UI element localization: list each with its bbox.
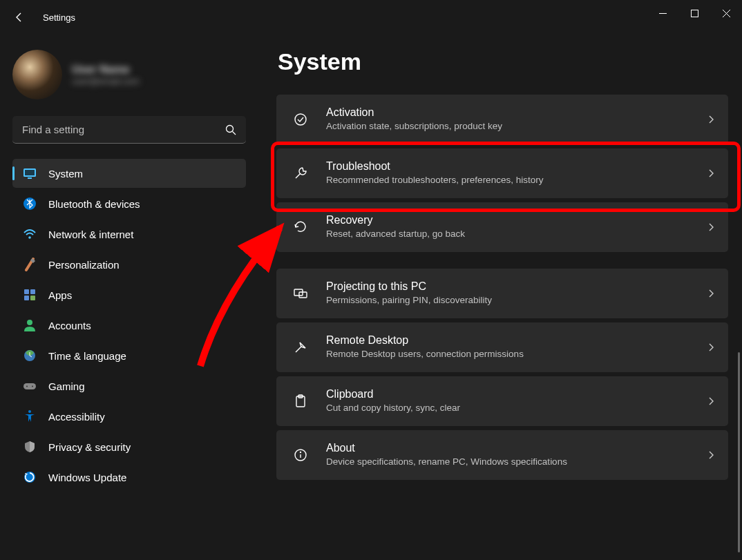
minimize-button[interactable] <box>647 0 678 26</box>
nav-item-label: Windows Update <box>48 472 126 483</box>
accessibility-icon <box>22 409 37 424</box>
user-profile[interactable]: User Name user@email.com <box>12 50 246 99</box>
card-activation[interactable]: Activation Activation state, subscriptio… <box>276 95 728 144</box>
chevron-right-icon <box>706 342 716 352</box>
nav-item-label: Gaming <box>48 380 85 392</box>
close-icon <box>723 10 730 17</box>
card-clipboard[interactable]: Clipboard Cut and copy history, sync, cl… <box>276 376 728 426</box>
svg-point-2 <box>227 126 234 133</box>
svg-rect-10 <box>24 289 29 294</box>
close-button[interactable] <box>710 0 742 26</box>
card-subtitle: Remote Desktop users, connection permiss… <box>326 348 689 360</box>
user-email: user@email.com <box>72 76 140 86</box>
nav-item-label: Personalization <box>48 259 120 271</box>
window-controls <box>647 0 742 26</box>
svg-rect-12 <box>24 296 29 300</box>
about-icon <box>292 446 310 464</box>
settings-cards: Activation Activation state, subscriptio… <box>276 95 728 480</box>
svg-line-27 <box>296 347 301 352</box>
card-text: Projecting to this PC Permissions, pairi… <box>326 280 689 307</box>
chevron-right-icon <box>706 222 716 232</box>
card-projecting[interactable]: Projecting to this PC Permissions, pairi… <box>276 269 728 318</box>
back-button[interactable] <box>6 3 33 31</box>
nav-item-bluetooth[interactable]: Bluetooth & devices <box>12 189 246 218</box>
card-subtitle: Cut and copy history, sync, clear <box>326 402 689 414</box>
content-area: System Activation Activation state, subs… <box>256 35 742 560</box>
card-text: Troubleshoot Recommended troubleshooters… <box>326 160 689 186</box>
search-box[interactable] <box>12 116 246 144</box>
card-subtitle: Permissions, pairing PIN, discoverabilit… <box>326 294 689 307</box>
svg-line-24 <box>296 173 301 178</box>
svg-point-21 <box>28 410 31 413</box>
svg-rect-6 <box>28 177 32 179</box>
arrow-left-icon <box>13 11 26 23</box>
privacy-icon <box>22 439 37 454</box>
nav-item-time[interactable]: Time & language <box>12 341 246 370</box>
svg-point-14 <box>27 320 32 325</box>
nav-item-label: Privacy & security <box>48 441 131 453</box>
card-recovery[interactable]: Recovery Reset, advanced startup, go bac… <box>276 202 728 252</box>
svg-line-3 <box>233 132 236 135</box>
time-icon <box>22 348 37 363</box>
search-input[interactable] <box>12 116 246 144</box>
sidebar: User Name user@email.com SystemBluetooth… <box>0 35 256 560</box>
nav-item-accounts[interactable]: Accounts <box>12 311 246 340</box>
card-title: Projecting to this PC <box>326 280 689 293</box>
card-subtitle: Reset, advanced startup, go back <box>326 228 689 240</box>
card-text: Activation Activation state, subscriptio… <box>326 106 689 133</box>
nav-item-apps[interactable]: Apps <box>12 280 246 309</box>
page-title: System <box>278 48 728 75</box>
nav-item-label: Bluetooth & devices <box>48 198 140 210</box>
chevron-right-icon <box>706 450 716 460</box>
card-subtitle: Activation state, subscriptions, product… <box>326 120 689 133</box>
card-about[interactable]: About Device specifications, rename PC, … <box>276 430 728 480</box>
user-info: User Name user@email.com <box>72 64 140 86</box>
card-text: Remote Desktop Remote Desktop users, con… <box>326 334 689 360</box>
chevron-right-icon <box>706 289 716 298</box>
svg-point-8 <box>28 236 31 239</box>
chevron-right-icon <box>706 396 716 406</box>
gaming-icon <box>22 378 37 394</box>
svg-point-33 <box>301 452 301 453</box>
svg-rect-5 <box>25 170 35 175</box>
projecting-icon <box>292 284 310 302</box>
nav-item-personalization[interactable]: Personalization <box>12 250 246 279</box>
nav-item-label: Network & internet <box>48 229 133 240</box>
nav-item-update[interactable]: Windows Update <box>12 463 246 492</box>
card-text: About Device specifications, rename PC, … <box>326 442 689 468</box>
nav-item-label: Accessibility <box>48 411 105 423</box>
svg-rect-1 <box>691 10 698 17</box>
nav-item-system[interactable]: System <box>12 159 246 188</box>
network-icon <box>22 226 37 242</box>
nav-item-label: Accounts <box>48 320 91 331</box>
card-text: Recovery Reset, advanced startup, go bac… <box>326 214 689 240</box>
nav-item-network[interactable]: Network & internet <box>12 220 246 249</box>
scrollbar[interactable] <box>738 352 740 552</box>
card-title: Troubleshoot <box>326 160 689 173</box>
card-title: Activation <box>326 106 689 119</box>
avatar <box>12 50 62 99</box>
minimize-icon <box>659 10 667 17</box>
card-title: Recovery <box>326 214 689 226</box>
card-troubleshoot[interactable]: Troubleshoot Recommended troubleshooters… <box>276 148 728 198</box>
recovery-icon <box>292 218 310 236</box>
card-text: Clipboard Cut and copy history, sync, cl… <box>326 388 689 414</box>
bluetooth-icon <box>22 196 37 211</box>
nav-item-gaming[interactable]: Gaming <box>12 371 246 400</box>
nav-item-label: System <box>48 168 83 180</box>
svg-rect-18 <box>23 383 36 389</box>
svg-point-23 <box>295 114 306 125</box>
card-title: Remote Desktop <box>326 334 689 347</box>
card-title: About <box>326 442 689 454</box>
maximize-icon <box>691 10 698 17</box>
nav-item-label: Apps <box>48 289 72 301</box>
remote-icon <box>292 338 310 356</box>
window-title: Settings <box>43 12 75 23</box>
nav-item-privacy[interactable]: Privacy & security <box>12 432 246 461</box>
card-remote[interactable]: Remote Desktop Remote Desktop users, con… <box>276 322 728 372</box>
activation-icon <box>292 110 310 128</box>
card-subtitle: Device specifications, rename PC, Window… <box>326 456 689 468</box>
maximize-button[interactable] <box>678 0 710 26</box>
nav-item-accessibility[interactable]: Accessibility <box>12 402 246 431</box>
accounts-icon <box>22 318 37 333</box>
